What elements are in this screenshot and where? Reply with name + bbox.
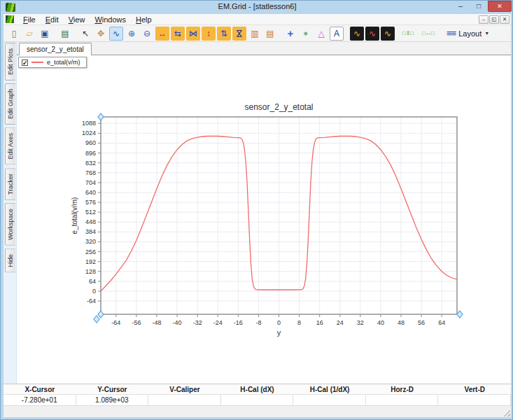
- zoom-out-icon[interactable]: ⊖: [140, 27, 154, 41]
- copy-plot-icon[interactable]: ∿: [350, 27, 364, 41]
- h-arrows-icon: ⇆: [174, 29, 181, 38]
- v-panels-icon[interactable]: ▥: [248, 27, 262, 41]
- sidebar-tab-tracker[interactable]: Tracker: [5, 168, 15, 200]
- h-expand-icon[interactable]: ↔: [155, 27, 169, 41]
- corner-marker-bottom-left[interactable]: [98, 311, 104, 318]
- x-tick-label: -16: [234, 319, 243, 326]
- sidebar-tab-hide[interactable]: Hide: [5, 248, 15, 273]
- h-panels-icon: ▤: [266, 29, 274, 38]
- h-panels-icon[interactable]: ▤: [263, 27, 277, 41]
- x-tick-label: -40: [173, 319, 182, 326]
- plot-red-icon[interactable]: ∿: [365, 27, 379, 41]
- caret-down-icon: ▼: [484, 31, 489, 36]
- pointer-icon[interactable]: ↖: [78, 27, 92, 41]
- status-header-horz-d: Horz-D: [366, 384, 439, 394]
- y-tick-label: -64: [87, 298, 96, 304]
- corner-marker-top-left[interactable]: [98, 113, 104, 120]
- sidebar-tab-workspace[interactable]: Workspace: [5, 203, 15, 246]
- menu-edit[interactable]: Edit: [41, 14, 64, 25]
- mdi-close-button[interactable]: ✕: [500, 15, 510, 24]
- pan-hand-icon[interactable]: ✥: [94, 27, 108, 41]
- v-spacing-icon[interactable]: □⇕□: [401, 27, 415, 41]
- corner-marker-bottom-right[interactable]: [457, 311, 463, 318]
- open-folder-icon[interactable]: ▱: [22, 27, 36, 41]
- y-axis-label: e_total(v/m): [71, 197, 78, 234]
- h-compress-icon[interactable]: ⋈: [186, 27, 200, 41]
- y-tick-label: 320: [85, 238, 96, 245]
- toolbar-separator: [436, 27, 441, 41]
- h-arrows-icon[interactable]: ⇆: [171, 27, 185, 41]
- chart[interactable]: -64-56-48-40-32-24-16-80816243240485664-…: [17, 55, 511, 384]
- v-compress-icon[interactable]: ⋈: [232, 27, 246, 41]
- save-icon[interactable]: ▣: [38, 27, 52, 41]
- layout-button[interactable]: ≡≡Layout▼: [442, 27, 493, 40]
- y-tick-label: 896: [85, 150, 96, 157]
- mdi-minimize-button[interactable]: –: [479, 15, 489, 24]
- x-tick-label: -56: [132, 319, 141, 326]
- plot-canvas[interactable]: ✓ e_total(v/m) -64-56-48-40-32-24-16-808…: [17, 55, 511, 384]
- new-file-icon[interactable]: ▯: [7, 27, 21, 41]
- v-arrows-icon[interactable]: ⇅: [217, 27, 231, 41]
- status-value-y-cursor: 1.089e+03: [76, 395, 149, 406]
- print-icon[interactable]: ▤: [58, 27, 72, 41]
- h-spacing-icon[interactable]: □↔□: [421, 27, 435, 41]
- toolbar: ▯▱▣▤↖✥∿⊕⊖↔⇆⋈↕⇅⋈▥▤+⌖△A∿∿∿□⇕□□↔□≡≡Layout▼: [3, 25, 511, 42]
- tab-sensor-2-y-etotal[interactable]: sensor_2_y_etotal: [19, 43, 92, 55]
- corner-marker-bottom-left-outer[interactable]: [94, 316, 99, 323]
- resize-grip[interactable]: [502, 408, 510, 416]
- y-tick-label: 704: [85, 179, 96, 186]
- legend-label: e_total(v/m): [47, 59, 80, 66]
- text-label-icon[interactable]: A: [330, 27, 344, 41]
- y-tick-label: 448: [85, 218, 96, 225]
- zoom-window-icon[interactable]: ∿: [109, 27, 123, 41]
- v-spacing-icon: □⇕□: [402, 31, 414, 36]
- status-header-h-cal-1-dx-: H-Cal (1/dX): [293, 384, 366, 394]
- new-file-icon: ▯: [12, 29, 17, 38]
- status-header-y-cursor: Y-Cursor: [76, 384, 149, 394]
- zoom-in-icon[interactable]: ⊕: [125, 27, 139, 41]
- tab-row: sensor_2_y_etotal: [17, 42, 511, 55]
- sidebar-tab-edit-graph[interactable]: Edit Graph: [5, 83, 15, 125]
- window-title: EM.Grid - [statlesson6]: [1, 2, 513, 10]
- toolbar-separator: [344, 27, 349, 41]
- legend[interactable]: ✓ e_total(v/m): [18, 57, 87, 68]
- toolbar-separator: [73, 27, 78, 41]
- status-header-v-caliper: V-Caliper: [148, 384, 221, 394]
- status-header-x-cursor: X-Cursor: [3, 384, 76, 394]
- mdi-restore-button[interactable]: ◱: [489, 15, 499, 24]
- status-table-values: -7.280e+011.089e+03: [3, 395, 511, 406]
- x-tick-label: 16: [316, 319, 323, 326]
- v-expand-icon[interactable]: ↕: [202, 27, 216, 41]
- x-tick-label: 0: [277, 319, 281, 326]
- pan-hand-icon: ✥: [97, 29, 104, 38]
- y-tick-label: 0: [92, 288, 96, 295]
- legend-checkbox[interactable]: ✓: [22, 59, 28, 66]
- caliper-triangle-icon[interactable]: △: [314, 27, 328, 41]
- close-button[interactable]: ✕: [488, 1, 512, 12]
- crosshair-icon[interactable]: +: [283, 27, 297, 41]
- menu-help[interactable]: Help: [131, 14, 157, 25]
- sidebar-tab-edit-axes[interactable]: Edit Axes: [5, 127, 15, 165]
- sidebar-tab-edit-plots[interactable]: Edit Plots: [5, 43, 15, 80]
- x-tick-label: -32: [193, 319, 202, 326]
- layout-label: Layout: [458, 29, 482, 38]
- y-tick-label: 256: [85, 248, 96, 255]
- layout-icon: ≡≡: [447, 28, 456, 38]
- y-tick-label: 832: [85, 160, 96, 167]
- menu-windows[interactable]: Windows: [90, 14, 131, 25]
- h-spacing-icon: □↔□: [422, 31, 435, 36]
- y-tick-label: 512: [85, 209, 96, 216]
- status-value-vert-d: [438, 395, 511, 406]
- tracker-axes-icon[interactable]: ⌖: [299, 27, 313, 41]
- maximize-button[interactable]: □: [470, 1, 488, 11]
- minimize-button[interactable]: –: [451, 1, 470, 11]
- menu-view[interactable]: View: [64, 14, 90, 25]
- zoom-window-icon: ∿: [113, 29, 120, 38]
- toolbar-separator: [395, 27, 400, 41]
- chart-title: sensor_2_y_etotal: [244, 102, 313, 112]
- save-icon: ▣: [41, 29, 48, 38]
- toolbar-separator: [278, 27, 283, 41]
- plot-yellow-icon[interactable]: ∿: [381, 27, 395, 41]
- status-header-vert-d: Vert-D: [438, 384, 511, 394]
- menu-file[interactable]: File: [18, 14, 41, 25]
